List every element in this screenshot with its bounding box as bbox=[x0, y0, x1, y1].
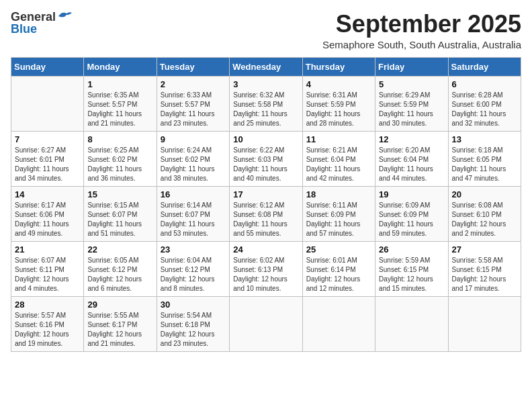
calendar-cell: 29Sunrise: 5:55 AMSunset: 6:17 PMDayligh… bbox=[84, 296, 157, 351]
day-number: 26 bbox=[379, 244, 444, 255]
calendar-week-4: 21Sunrise: 6:07 AMSunset: 6:11 PMDayligh… bbox=[11, 241, 521, 296]
calendar-cell: 14Sunrise: 6:17 AMSunset: 6:06 PMDayligh… bbox=[11, 186, 84, 241]
logo-general-text: General bbox=[11, 11, 56, 23]
header-friday: Friday bbox=[375, 57, 448, 76]
day-info: Sunrise: 5:54 AMSunset: 6:18 PMDaylight:… bbox=[161, 311, 226, 349]
calendar-cell bbox=[302, 296, 375, 351]
day-info: Sunrise: 5:57 AMSunset: 6:16 PMDaylight:… bbox=[15, 311, 80, 349]
calendar-cell: 3Sunrise: 6:32 AMSunset: 5:58 PMDaylight… bbox=[230, 76, 302, 131]
day-info: Sunrise: 6:04 AMSunset: 6:12 PMDaylight:… bbox=[161, 256, 226, 293]
day-info: Sunrise: 6:15 AMSunset: 6:07 PMDaylight:… bbox=[87, 201, 152, 238]
day-number: 22 bbox=[87, 244, 152, 255]
day-number: 21 bbox=[15, 244, 80, 255]
day-info: Sunrise: 6:05 AMSunset: 6:12 PMDaylight:… bbox=[87, 256, 152, 293]
calendar-cell: 20Sunrise: 6:08 AMSunset: 6:10 PMDayligh… bbox=[448, 186, 521, 241]
calendar-cell: 17Sunrise: 6:12 AMSunset: 6:08 PMDayligh… bbox=[230, 186, 302, 241]
calendar-cell: 22Sunrise: 6:05 AMSunset: 6:12 PMDayligh… bbox=[84, 241, 157, 296]
calendar-cell: 27Sunrise: 5:58 AMSunset: 6:15 PMDayligh… bbox=[448, 241, 521, 296]
day-info: Sunrise: 6:01 AMSunset: 6:14 PMDaylight:… bbox=[306, 256, 371, 293]
day-info: Sunrise: 5:58 AMSunset: 6:15 PMDaylight:… bbox=[452, 256, 517, 293]
day-info: Sunrise: 6:27 AMSunset: 6:01 PMDaylight:… bbox=[15, 146, 80, 183]
header-wednesday: Wednesday bbox=[230, 57, 302, 76]
calendar-cell: 9Sunrise: 6:24 AMSunset: 6:02 PMDaylight… bbox=[157, 131, 229, 186]
day-info: Sunrise: 6:28 AMSunset: 6:00 PMDaylight:… bbox=[452, 91, 517, 128]
day-number: 11 bbox=[306, 134, 371, 144]
day-info: Sunrise: 6:21 AMSunset: 6:04 PMDaylight:… bbox=[306, 146, 371, 183]
day-number: 27 bbox=[452, 244, 517, 255]
calendar-cell: 16Sunrise: 6:14 AMSunset: 6:07 PMDayligh… bbox=[157, 186, 229, 241]
header-sunday: Sunday bbox=[11, 57, 84, 76]
day-info: Sunrise: 6:32 AMSunset: 5:58 PMDaylight:… bbox=[233, 91, 298, 128]
day-info: Sunrise: 6:18 AMSunset: 6:05 PMDaylight:… bbox=[452, 146, 517, 183]
day-info: Sunrise: 6:25 AMSunset: 6:02 PMDaylight:… bbox=[87, 146, 152, 183]
calendar-week-3: 14Sunrise: 6:17 AMSunset: 6:06 PMDayligh… bbox=[11, 186, 521, 241]
calendar-cell: 15Sunrise: 6:15 AMSunset: 6:07 PMDayligh… bbox=[84, 186, 157, 241]
calendar-week-1: 1Sunrise: 6:35 AMSunset: 5:57 PMDaylight… bbox=[11, 76, 521, 131]
calendar-cell: 24Sunrise: 6:02 AMSunset: 6:13 PMDayligh… bbox=[230, 241, 302, 296]
day-number: 10 bbox=[233, 134, 298, 144]
calendar-week-5: 28Sunrise: 5:57 AMSunset: 6:16 PMDayligh… bbox=[11, 296, 521, 351]
calendar-cell: 10Sunrise: 6:22 AMSunset: 6:03 PMDayligh… bbox=[230, 131, 302, 186]
calendar-cell: 7Sunrise: 6:27 AMSunset: 6:01 PMDaylight… bbox=[11, 131, 84, 186]
day-number: 20 bbox=[452, 189, 517, 199]
calendar-cell bbox=[11, 76, 84, 131]
day-info: Sunrise: 6:14 AMSunset: 6:07 PMDaylight:… bbox=[161, 201, 226, 238]
month-title: September 2025 bbox=[322, 11, 521, 38]
day-number: 8 bbox=[87, 134, 152, 144]
day-info: Sunrise: 6:29 AMSunset: 5:59 PMDaylight:… bbox=[379, 91, 444, 128]
calendar-cell: 18Sunrise: 6:11 AMSunset: 6:09 PMDayligh… bbox=[302, 186, 375, 241]
page-header: General Blue September 2025 Semaphore So… bbox=[11, 11, 521, 50]
day-info: Sunrise: 6:24 AMSunset: 6:02 PMDaylight:… bbox=[161, 146, 226, 183]
calendar-header-row: SundayMondayTuesdayWednesdayThursdayFrid… bbox=[11, 57, 521, 76]
day-number: 28 bbox=[15, 300, 80, 310]
day-number: 13 bbox=[452, 134, 517, 144]
day-number: 29 bbox=[87, 300, 152, 310]
calendar-cell: 13Sunrise: 6:18 AMSunset: 6:05 PMDayligh… bbox=[448, 131, 521, 186]
day-info: Sunrise: 6:17 AMSunset: 6:06 PMDaylight:… bbox=[15, 201, 80, 238]
day-number: 23 bbox=[161, 244, 226, 255]
day-number: 19 bbox=[379, 189, 444, 199]
day-info: Sunrise: 5:55 AMSunset: 6:17 PMDaylight:… bbox=[87, 311, 152, 349]
day-number: 9 bbox=[161, 134, 226, 144]
calendar-cell: 12Sunrise: 6:20 AMSunset: 6:04 PMDayligh… bbox=[375, 131, 448, 186]
day-number: 25 bbox=[306, 244, 371, 255]
day-number: 1 bbox=[87, 79, 152, 89]
header-monday: Monday bbox=[84, 57, 157, 76]
calendar-cell bbox=[448, 296, 521, 351]
header-thursday: Thursday bbox=[302, 57, 375, 76]
calendar-cell: 11Sunrise: 6:21 AMSunset: 6:04 PMDayligh… bbox=[302, 131, 375, 186]
day-number: 12 bbox=[379, 134, 444, 144]
calendar-week-2: 7Sunrise: 6:27 AMSunset: 6:01 PMDaylight… bbox=[11, 131, 521, 186]
calendar-cell: 2Sunrise: 6:33 AMSunset: 5:57 PMDaylight… bbox=[157, 76, 229, 131]
header-saturday: Saturday bbox=[448, 57, 521, 76]
calendar-cell bbox=[375, 296, 448, 351]
calendar-cell: 8Sunrise: 6:25 AMSunset: 6:02 PMDaylight… bbox=[84, 131, 157, 186]
day-info: Sunrise: 6:20 AMSunset: 6:04 PMDaylight:… bbox=[379, 146, 444, 183]
day-number: 18 bbox=[306, 189, 371, 199]
calendar-table: SundayMondayTuesdayWednesdayThursdayFrid… bbox=[11, 57, 521, 352]
title-block: September 2025 Semaphore South, South Au… bbox=[322, 11, 521, 50]
day-number: 15 bbox=[87, 189, 152, 199]
day-info: Sunrise: 6:22 AMSunset: 6:03 PMDaylight:… bbox=[233, 146, 298, 183]
day-number: 16 bbox=[161, 189, 226, 199]
day-number: 3 bbox=[233, 79, 298, 89]
day-info: Sunrise: 6:11 AMSunset: 6:09 PMDaylight:… bbox=[306, 201, 371, 238]
day-number: 5 bbox=[379, 79, 444, 89]
day-number: 4 bbox=[306, 79, 371, 89]
calendar-cell: 30Sunrise: 5:54 AMSunset: 6:18 PMDayligh… bbox=[157, 296, 229, 351]
day-info: Sunrise: 5:59 AMSunset: 6:15 PMDaylight:… bbox=[379, 256, 444, 293]
day-number: 17 bbox=[233, 189, 298, 199]
day-info: Sunrise: 6:31 AMSunset: 5:59 PMDaylight:… bbox=[306, 91, 371, 128]
day-info: Sunrise: 6:09 AMSunset: 6:09 PMDaylight:… bbox=[379, 201, 444, 238]
day-info: Sunrise: 6:33 AMSunset: 5:57 PMDaylight:… bbox=[161, 91, 226, 128]
calendar-cell: 23Sunrise: 6:04 AMSunset: 6:12 PMDayligh… bbox=[157, 241, 229, 296]
day-info: Sunrise: 6:02 AMSunset: 6:13 PMDaylight:… bbox=[233, 256, 298, 293]
calendar-cell: 5Sunrise: 6:29 AMSunset: 5:59 PMDaylight… bbox=[375, 76, 448, 131]
calendar-cell bbox=[230, 296, 302, 351]
calendar-cell: 1Sunrise: 6:35 AMSunset: 5:57 PMDaylight… bbox=[84, 76, 157, 131]
day-info: Sunrise: 6:08 AMSunset: 6:10 PMDaylight:… bbox=[452, 201, 517, 238]
day-number: 24 bbox=[233, 244, 298, 255]
day-info: Sunrise: 6:12 AMSunset: 6:08 PMDaylight:… bbox=[233, 201, 298, 238]
logo-bird-icon bbox=[57, 11, 72, 23]
calendar-cell: 26Sunrise: 5:59 AMSunset: 6:15 PMDayligh… bbox=[375, 241, 448, 296]
